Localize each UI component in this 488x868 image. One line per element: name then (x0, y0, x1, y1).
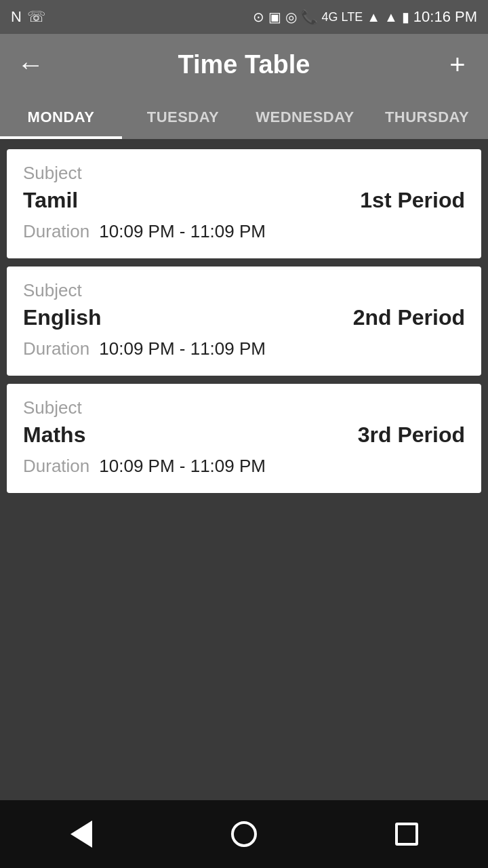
signal2-icon: ▲ (384, 9, 398, 25)
back-nav-button[interactable] (61, 814, 102, 854)
back-nav-icon (70, 821, 92, 848)
tab-thursday[interactable]: THURSDAY (366, 95, 488, 139)
period-card-2: Subject English 2nd Period Duration 10:0… (7, 267, 481, 376)
recents-nav-button[interactable] (386, 814, 427, 854)
subject-name-2: English (23, 305, 102, 330)
battery-icon: ▮ (402, 9, 409, 25)
period-label-3: 3rd Period (358, 422, 465, 448)
home-nav-button[interactable] (224, 814, 264, 854)
period-label-2: 2nd Period (353, 305, 465, 330)
subject-row-2: English 2nd Period (23, 305, 465, 330)
content-area: Subject Tamil 1st Period Duration 10:09 … (0, 141, 488, 800)
subject-label-2: Subject (23, 280, 465, 301)
tab-tuesday[interactable]: TUESDAY (122, 95, 244, 139)
duration-value-3: 10:09 PM - 11:09 PM (99, 456, 266, 477)
back-button[interactable]: ← (14, 50, 47, 80)
signal-icon: ▲ (367, 9, 380, 25)
recents-nav-icon (395, 823, 418, 846)
duration-value-2: 10:09 PM - 11:09 PM (99, 338, 266, 359)
status-bar-left: N ☏ (11, 8, 46, 26)
phone-icon: ☏ (27, 8, 46, 26)
vibrate-icon: ▣ (268, 9, 281, 25)
subject-row-3: Maths 3rd Period (23, 422, 465, 448)
subject-name-3: Maths (23, 422, 85, 448)
call-icon: 📞 (301, 9, 318, 25)
duration-value-1: 10:09 PM - 11:09 PM (99, 221, 266, 242)
lte-label: 4G LTE (322, 10, 363, 24)
n-icon: N (11, 8, 22, 26)
home-nav-icon (231, 821, 257, 847)
alarm-icon: ◎ (285, 9, 297, 25)
duration-label-1: Duration (23, 221, 89, 242)
status-time: 10:16 PM (413, 8, 477, 26)
period-card-1: Subject Tamil 1st Period Duration 10:09 … (7, 149, 481, 258)
subject-row-1: Tamil 1st Period (23, 188, 465, 213)
page-title: Time Table (47, 50, 441, 79)
tab-bar: MONDAY TUESDAY WEDNESDAY THURSDAY (0, 95, 488, 141)
add-button[interactable]: + (441, 50, 474, 80)
subject-label-3: Subject (23, 397, 465, 418)
subject-label-1: Subject (23, 163, 465, 184)
status-bar-right: ⊙ ▣ ◎ 📞 4G LTE ▲ ▲ ▮ 10:16 PM (253, 8, 477, 26)
tab-monday[interactable]: MONDAY (0, 95, 122, 139)
tab-wednesday[interactable]: WEDNESDAY (244, 95, 366, 139)
app-bar: ← Time Table + (0, 34, 488, 95)
wifi-icon: ⊙ (253, 9, 264, 25)
subject-name-1: Tamil (23, 188, 78, 213)
period-label-1: 1st Period (360, 188, 465, 213)
status-bar: N ☏ ⊙ ▣ ◎ 📞 4G LTE ▲ ▲ ▮ 10:16 PM (0, 0, 488, 34)
duration-row-2: Duration 10:09 PM - 11:09 PM (23, 338, 465, 359)
duration-row-1: Duration 10:09 PM - 11:09 PM (23, 221, 465, 242)
duration-label-2: Duration (23, 338, 89, 359)
bottom-nav (0, 800, 488, 868)
period-card-3: Subject Maths 3rd Period Duration 10:09 … (7, 384, 481, 493)
duration-row-3: Duration 10:09 PM - 11:09 PM (23, 456, 465, 477)
duration-label-3: Duration (23, 456, 89, 477)
